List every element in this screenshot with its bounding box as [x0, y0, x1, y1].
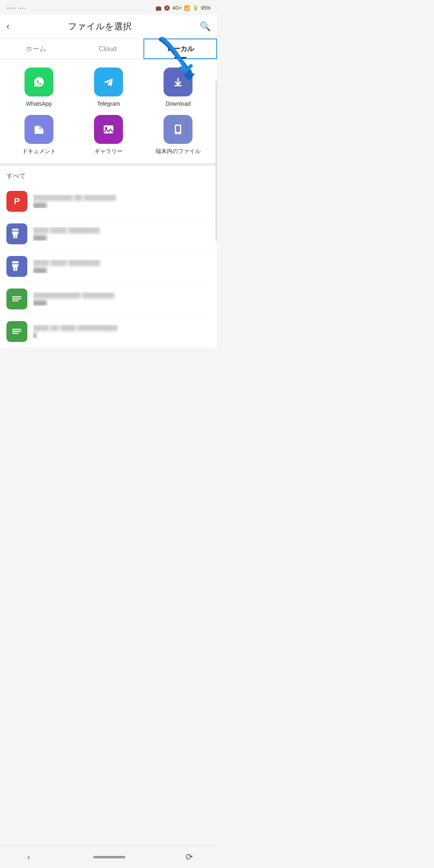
page-title: ファイルを選択	[14, 20, 185, 33]
file-name: ████ ██ ████ ██████████	[33, 325, 211, 331]
network-label: 4G+	[172, 5, 182, 11]
header: ‹ ファイルを選択 🔍	[0, 14, 217, 39]
grid-container: WhatsApp Telegram Download	[4, 68, 213, 155]
tab-bar: ホーム Cloud ローカル	[0, 39, 217, 59]
svg-rect-12	[12, 229, 18, 230]
svg-rect-31	[12, 331, 21, 332]
battery-icon: 🔋	[192, 5, 199, 11]
file-info: ████ ████ ████████ ████	[33, 227, 211, 241]
telegram-folder[interactable]: Telegram	[74, 68, 143, 107]
svg-point-2	[101, 74, 116, 90]
gallery-label: ギャラリー	[94, 148, 123, 155]
signal-icon: 📶	[184, 5, 190, 11]
gallery-folder[interactable]: ギャラリー	[74, 115, 143, 155]
documents-icon	[25, 115, 53, 144]
download-icon	[164, 68, 192, 96]
tab-local[interactable]: ローカル	[143, 39, 217, 59]
file-meta: ████	[33, 203, 211, 208]
device-folder[interactable]: 端末内のファイル	[143, 115, 213, 155]
file-list-section: すべて P ██████████ ██ ████████ ████ Z	[0, 166, 217, 348]
documents-label: ドキュメント	[22, 148, 56, 155]
scrollbar[interactable]	[215, 80, 217, 241]
mute-icon: 🔕	[164, 5, 170, 11]
file-name: ████████████ ████████	[33, 292, 211, 299]
svg-rect-33	[12, 329, 14, 334]
file-item[interactable]: ████ ██ ████ ██████████ █	[6, 315, 211, 348]
telegram-icon	[94, 68, 123, 96]
status-time: ••••• ••••	[6, 6, 26, 10]
whatsapp-folder[interactable]: WhatsApp	[4, 68, 74, 107]
device-label: 端末内のファイル	[156, 148, 201, 155]
download-label: Download	[166, 100, 190, 107]
svg-rect-19	[12, 263, 18, 264]
file-meta: █	[33, 333, 211, 338]
status-icons: 💼 🔕 4G+ 📶 🔋 95%	[156, 5, 211, 11]
file-icon-sheet	[6, 289, 27, 309]
file-meta: ████	[33, 235, 211, 241]
svg-rect-14	[12, 232, 18, 233]
svg-text:Z: Z	[14, 267, 16, 271]
search-button[interactable]: 🔍	[200, 21, 211, 32]
file-item[interactable]: P ██████████ ██ ████████ ████	[6, 185, 211, 218]
svg-rect-30	[12, 329, 21, 330]
documents-folder[interactable]: ドキュメント	[4, 115, 74, 155]
gallery-icon	[94, 115, 123, 144]
file-meta: ████	[33, 300, 211, 306]
folder-grid: WhatsApp Telegram Download	[0, 59, 217, 166]
svg-rect-20	[12, 264, 18, 266]
file-name: ██████████ ██ ████████	[33, 194, 211, 201]
file-name: ████ ████ ████████	[33, 227, 211, 233]
svg-rect-26	[12, 298, 21, 299]
file-meta: ████	[33, 268, 211, 273]
telegram-label: Telegram	[97, 100, 120, 107]
file-icon-zip2: Z	[6, 256, 27, 277]
whatsapp-label: WhatsApp	[26, 100, 52, 107]
file-info: ████ ████ ████████ ████	[33, 260, 211, 273]
file-info: ████ ██ ████ ██████████ █	[33, 325, 211, 338]
file-info: ████████████ ████████ ████	[33, 292, 211, 306]
file-list: P ██████████ ██ ████████ ████ Z ████ ███…	[6, 185, 211, 348]
battery-level: 95%	[201, 5, 211, 11]
file-icon-powerpoint: P	[6, 191, 27, 212]
file-info: ██████████ ██ ████████ ████	[33, 194, 211, 208]
svg-rect-25	[12, 296, 21, 297]
device-icon	[164, 115, 192, 144]
file-item[interactable]: Z ████ ████ ████████ ████	[6, 250, 211, 283]
svg-rect-13	[12, 230, 18, 232]
svg-point-7	[105, 127, 107, 129]
file-icon-sheet2	[6, 321, 27, 342]
file-item[interactable]: Z ████ ████ ████████ ████	[6, 218, 211, 250]
svg-point-11	[178, 133, 179, 134]
download-folder[interactable]: Download	[143, 68, 213, 107]
whatsapp-icon	[25, 68, 53, 96]
file-icon-zip: Z	[6, 223, 27, 244]
briefcase-icon: 💼	[156, 5, 162, 11]
svg-text:Z: Z	[14, 235, 16, 238]
section-title: すべて	[6, 172, 211, 180]
svg-rect-28	[12, 296, 14, 301]
tab-cloud[interactable]: Cloud	[72, 39, 144, 59]
file-item[interactable]: ████████████ ████████ ████	[6, 283, 211, 315]
svg-rect-10	[176, 126, 180, 132]
back-button[interactable]: ‹	[6, 20, 14, 33]
status-bar: ••••• •••• 💼 🔕 4G+ 📶 🔋 95%	[0, 0, 217, 14]
tab-home[interactable]: ホーム	[0, 39, 72, 59]
file-name: ████ ████ ████████	[33, 260, 211, 266]
svg-rect-18	[12, 261, 18, 263]
